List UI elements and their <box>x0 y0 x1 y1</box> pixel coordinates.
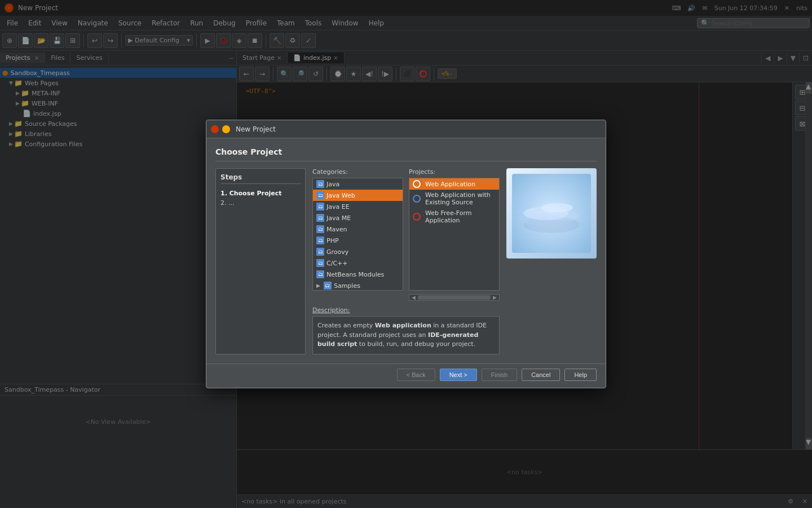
cat-groovy-label: Groovy <box>326 248 348 256</box>
dialog-close-btn[interactable] <box>211 125 219 133</box>
step-2: 2. ... <box>220 198 301 208</box>
folder-icon-java-web: 🗂 <box>316 191 324 199</box>
cat-cpp-label: C/C++ <box>326 260 348 267</box>
categories-projects: Categories: 🗂 Java 🗂 Java Web <box>312 168 500 301</box>
categories-label: Categories: <box>312 168 403 176</box>
help-button[interactable]: Help <box>564 369 597 381</box>
projects-list[interactable]: Web Application Web Application with Exi… <box>409 178 500 291</box>
proj-web-app-existing-label: Web Application with Existing Source <box>425 191 496 206</box>
cat-java-web-label: Java Web <box>326 192 355 199</box>
h-scroll-track[interactable]: ◀ ▶ <box>409 294 500 301</box>
h-scroll-thumb[interactable] <box>418 295 491 300</box>
categories-section: Categories: 🗂 Java 🗂 Java Web <box>312 168 403 301</box>
cat-java-web[interactable]: 🗂 Java Web <box>313 190 403 201</box>
projects-hscroll: ◀ ▶ <box>409 294 500 301</box>
cancel-button[interactable]: Cancel <box>522 369 560 381</box>
dialog-header: Choose Project <box>215 147 597 161</box>
dialog-titlebar: New Project <box>206 120 606 138</box>
projects-section: Projects: Web Application Web Applicatio… <box>409 168 500 301</box>
dialog-buttons: < Back Next > Finish Cancel Help <box>206 364 606 388</box>
folder-icon-php: 🗂 <box>316 237 324 244</box>
dialog-content: Steps 1. Choose Project 2. ... Categorie… <box>215 168 597 354</box>
folder-icon-samples: 🗂 <box>324 282 332 290</box>
cat-java-me[interactable]: 🗂 Java ME <box>313 212 403 224</box>
dialog-overlay: New Project Choose Project Steps 1. Choo… <box>0 0 812 508</box>
samples-expand: ▶ <box>316 283 320 288</box>
proj-web-app-label: Web Application <box>425 181 475 188</box>
illustration <box>506 168 597 259</box>
cat-samples-label: Samples <box>334 282 360 290</box>
description-section: Description: Creates an empty Web applic… <box>312 306 500 354</box>
cat-java-ee-label: Java EE <box>326 203 350 211</box>
illustration-svg <box>512 174 591 253</box>
new-project-dialog: New Project Choose Project Steps 1. Choo… <box>206 120 606 388</box>
globe-icon-existing <box>413 195 421 203</box>
steps-panel: Steps 1. Choose Project 2. ... <box>215 168 306 354</box>
globe-icon-web-app <box>413 180 421 188</box>
cat-netbeans-label: NetBeans Modules <box>326 271 384 278</box>
dialog-body: Choose Project Steps 1. Choose Project 2… <box>206 138 606 364</box>
cat-maven-label: Maven <box>326 226 347 233</box>
folder-icon-java: 🗂 <box>316 180 324 188</box>
description-area: Creates an empty Web application in a st… <box>312 316 500 354</box>
projects-label: Projects: <box>409 168 500 176</box>
dialog-min-btn[interactable] <box>222 125 230 133</box>
cat-netbeans[interactable]: 🗂 NetBeans Modules <box>313 269 403 280</box>
description-label: Description: <box>312 306 500 314</box>
cat-php-label: PHP <box>326 237 339 244</box>
folder-icon-java-me: 🗂 <box>316 214 324 222</box>
proj-web-freeform-label: Web Free-Form Application <box>425 209 496 224</box>
svg-point-5 <box>541 203 573 212</box>
dialog-title-text: New Project <box>236 125 276 133</box>
folder-icon-java-ee: 🗂 <box>316 203 324 211</box>
scroll-left[interactable]: ◀ <box>409 295 418 300</box>
proj-web-freeform[interactable]: Web Free-Form Application <box>409 208 499 226</box>
cat-maven[interactable]: 🗂 Maven <box>313 224 403 235</box>
cat-java-label: Java <box>326 181 339 188</box>
red-globe-icon <box>413 213 421 221</box>
folder-icon-netbeans: 🗂 <box>316 270 324 278</box>
cat-groovy[interactable]: 🗂 Groovy <box>313 246 403 257</box>
cat-java[interactable]: 🗂 Java <box>313 178 403 190</box>
categories-list[interactable]: 🗂 Java 🗂 Java Web 🗂 Java EE <box>312 178 403 291</box>
step-1: 1. Choose Project <box>220 189 301 198</box>
folder-icon-maven: 🗂 <box>316 225 324 233</box>
cat-php[interactable]: 🗂 PHP <box>313 235 403 246</box>
proj-web-app[interactable]: Web Application <box>409 178 499 190</box>
choose-panel: Categories: 🗂 Java 🗂 Java Web <box>312 168 500 354</box>
cat-cpp[interactable]: 🗂 C/C++ <box>313 257 403 269</box>
finish-button[interactable]: Finish <box>482 369 517 381</box>
cat-java-me-label: Java ME <box>326 214 351 222</box>
steps-title: Steps <box>220 173 301 184</box>
cat-java-ee[interactable]: 🗂 Java EE <box>313 201 403 212</box>
back-button[interactable]: < Back <box>397 369 435 381</box>
description-text: Creates an empty Web application in a st… <box>317 321 495 349</box>
next-button[interactable]: Next > <box>440 369 477 381</box>
folder-icon-cpp: 🗂 <box>316 259 324 267</box>
proj-web-app-existing[interactable]: Web Application with Existing Source <box>409 190 499 208</box>
scroll-right[interactable]: ▶ <box>491 295 499 300</box>
cat-samples[interactable]: ▶ 🗂 Samples <box>313 280 403 291</box>
folder-icon-groovy: 🗂 <box>316 248 324 256</box>
